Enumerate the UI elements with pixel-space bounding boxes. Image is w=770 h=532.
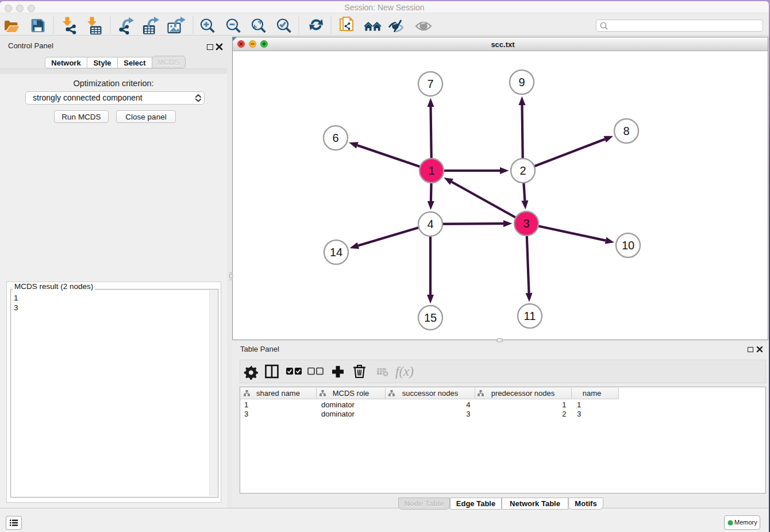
svg-text:predecessor nodes: predecessor nodes bbox=[491, 389, 555, 398]
svg-text:2: 2 bbox=[562, 410, 566, 418]
svg-text:1: 1 bbox=[244, 400, 248, 409]
svg-text:15: 15 bbox=[424, 311, 437, 324]
svg-text:dominator: dominator bbox=[321, 400, 355, 409]
svg-text:7: 7 bbox=[427, 78, 433, 90]
svg-text:successor nodes: successor nodes bbox=[402, 389, 459, 398]
svg-text:1: 1 bbox=[562, 400, 566, 409]
svg-text:dominator: dominator bbox=[321, 410, 355, 418]
svg-text:shared name: shared name bbox=[256, 389, 300, 398]
svg-text:1: 1 bbox=[428, 164, 434, 177]
svg-text:10: 10 bbox=[622, 239, 634, 252]
svg-text:3: 3 bbox=[466, 410, 470, 418]
svg-text:8: 8 bbox=[623, 125, 629, 137]
svg-text:4: 4 bbox=[466, 400, 470, 409]
svg-text:11: 11 bbox=[524, 310, 536, 322]
svg-text:14: 14 bbox=[330, 246, 342, 259]
svg-text:3: 3 bbox=[577, 410, 581, 418]
svg-text:3: 3 bbox=[523, 217, 529, 230]
svg-text:3: 3 bbox=[244, 410, 248, 418]
svg-text:9: 9 bbox=[518, 76, 525, 88]
svg-text:4: 4 bbox=[427, 218, 433, 230]
svg-text:MCDS role: MCDS role bbox=[333, 389, 369, 398]
svg-text:1: 1 bbox=[577, 400, 581, 409]
svg-text:name: name bbox=[583, 389, 602, 398]
svg-text:2: 2 bbox=[519, 164, 526, 177]
svg-text:f(x): f(x) bbox=[395, 364, 414, 379]
svg-text:6: 6 bbox=[332, 132, 338, 144]
